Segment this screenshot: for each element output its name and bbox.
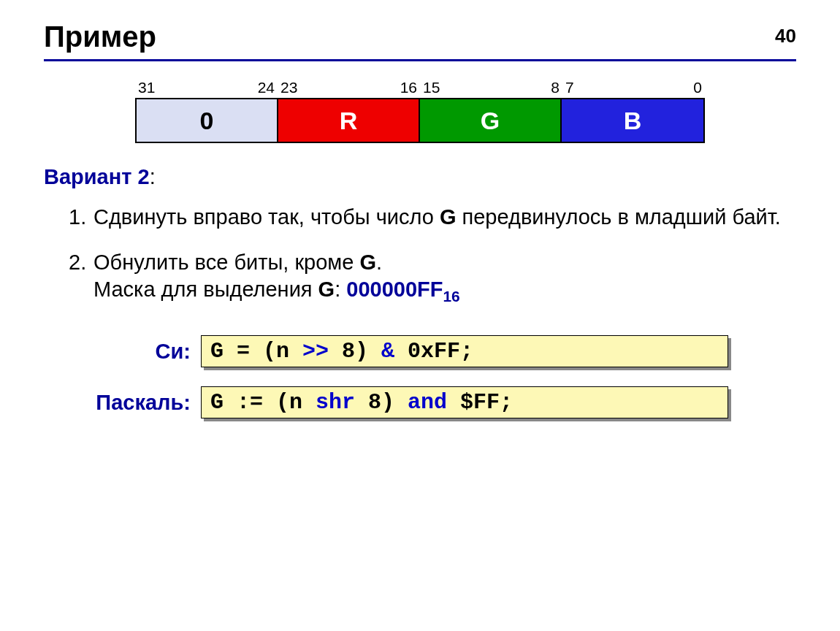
byte-box-zero: 0 <box>137 99 278 142</box>
step-2-number: 2. <box>69 249 93 307</box>
code-row-pascal: Паскаль: G := (n shr 8) and $FF; <box>44 386 796 418</box>
bit-range-0: 3124 <box>135 79 278 98</box>
step-1-text: Сдвинуть вправо так, чтобы число G перед… <box>93 204 781 232</box>
step-1-number: 1. <box>69 204 93 232</box>
bit-index-row: 3124 2316 158 70 <box>135 79 705 98</box>
slide: 40 Пример 3124 2316 158 70 0 R G B Вариа… <box>0 0 840 631</box>
byte-box-b: B <box>562 99 703 142</box>
code-box-c: G = (n >> 8) & 0xFF; <box>201 335 728 367</box>
bit-range-3: 70 <box>562 79 705 98</box>
code-text-pascal: G := (n shr 8) and $FF; <box>201 386 728 418</box>
slide-title: Пример <box>44 20 796 53</box>
code-label-c: Си: <box>44 340 201 364</box>
step-2: 2. Обнулить все биты, кроме G. Маска для… <box>69 249 796 307</box>
step-2-text: Обнулить все биты, кроме G. Маска для вы… <box>93 249 460 307</box>
variant-heading: Вариант 2: <box>44 165 796 189</box>
step-list: 1. Сдвинуть вправо так, чтобы число G пе… <box>69 204 796 306</box>
bit-diagram: 3124 2316 158 70 0 R G B <box>135 79 705 143</box>
byte-box-r: R <box>278 99 420 142</box>
bit-range-1: 2316 <box>278 79 420 98</box>
step-1: 1. Сдвинуть вправо так, чтобы число G пе… <box>69 204 796 232</box>
code-row-c: Си: G = (n >> 8) & 0xFF; <box>44 335 796 367</box>
code-box-pascal: G := (n shr 8) and $FF; <box>201 386 728 418</box>
title-divider <box>44 59 796 61</box>
code-label-pascal: Паскаль: <box>44 391 201 415</box>
page-number: 40 <box>775 25 796 47</box>
byte-boxes: 0 R G B <box>135 98 705 143</box>
byte-box-g: G <box>420 99 562 142</box>
code-text-c: G = (n >> 8) & 0xFF; <box>201 335 728 367</box>
bit-range-2: 158 <box>420 79 562 98</box>
